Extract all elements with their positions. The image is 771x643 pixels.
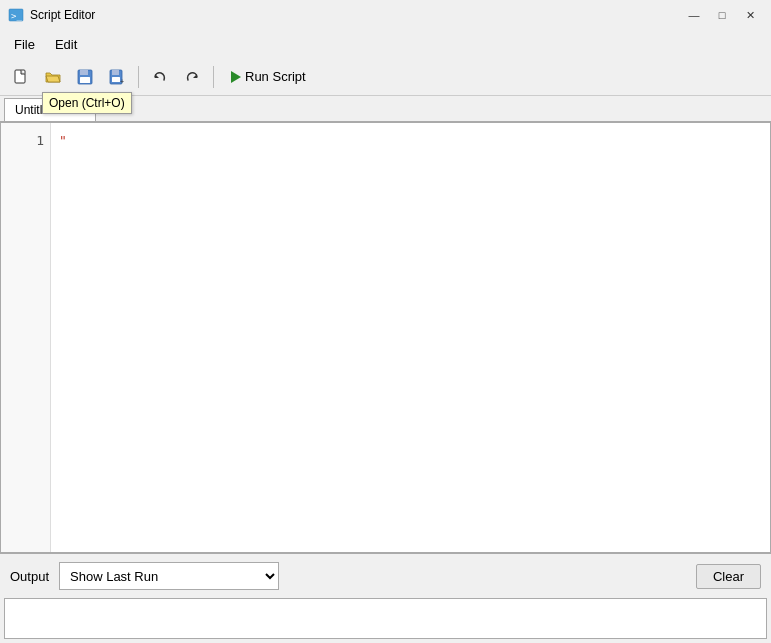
svg-rect-7 bbox=[112, 70, 119, 75]
svg-rect-4 bbox=[80, 70, 88, 75]
open-icon bbox=[45, 69, 61, 85]
svg-text:+: + bbox=[120, 78, 124, 85]
svg-rect-8 bbox=[112, 77, 120, 82]
minimize-button[interactable]: — bbox=[681, 4, 707, 26]
output-label: Output bbox=[10, 569, 49, 584]
new-file-icon bbox=[13, 69, 29, 85]
run-triangle-icon bbox=[231, 71, 241, 83]
open-button[interactable] bbox=[38, 63, 68, 91]
save-as-button[interactable]: + bbox=[102, 63, 132, 91]
code-editor[interactable]: " bbox=[51, 123, 770, 552]
maximize-button[interactable]: □ bbox=[709, 4, 735, 26]
svg-text:>_: >_ bbox=[11, 11, 22, 21]
separator-1 bbox=[138, 66, 139, 88]
output-dropdown[interactable]: Show Last Run Show All Clear All bbox=[59, 562, 279, 590]
output-bar: Output Show Last Run Show All Clear All … bbox=[0, 554, 771, 598]
file-menu[interactable]: File bbox=[4, 34, 45, 55]
separator-2 bbox=[213, 66, 214, 88]
window-controls: — □ ✕ bbox=[681, 4, 763, 26]
new-file-button[interactable] bbox=[6, 63, 36, 91]
close-button[interactable]: ✕ bbox=[737, 4, 763, 26]
line-number-1: 1 bbox=[7, 131, 44, 151]
save-button[interactable] bbox=[70, 63, 100, 91]
redo-icon bbox=[184, 69, 200, 85]
open-tooltip: Open (Ctrl+O) bbox=[42, 92, 132, 114]
clear-button[interactable]: Clear bbox=[696, 564, 761, 589]
title-bar-left: >_ Script Editor bbox=[8, 7, 95, 23]
toolbar: + Run Script Open (Ctrl+O) bbox=[0, 58, 771, 96]
run-script-label: Run Script bbox=[245, 69, 306, 84]
save-as-icon: + bbox=[109, 69, 125, 85]
editor-container: 1 " bbox=[0, 122, 771, 553]
title-bar: >_ Script Editor — □ ✕ bbox=[0, 0, 771, 30]
redo-button[interactable] bbox=[177, 63, 207, 91]
output-content bbox=[4, 598, 767, 639]
svg-rect-5 bbox=[80, 77, 90, 83]
run-script-button[interactable]: Run Script bbox=[220, 65, 317, 88]
edit-menu[interactable]: Edit bbox=[45, 34, 87, 55]
menu-bar: File Edit bbox=[0, 30, 771, 58]
window-title: Script Editor bbox=[30, 8, 95, 22]
output-area: Output Show Last Run Show All Clear All … bbox=[0, 553, 771, 643]
svg-rect-2 bbox=[15, 70, 25, 83]
save-icon bbox=[77, 69, 93, 85]
app-icon: >_ bbox=[8, 7, 24, 23]
line-numbers: 1 bbox=[1, 123, 51, 552]
undo-button[interactable] bbox=[145, 63, 175, 91]
undo-icon bbox=[152, 69, 168, 85]
